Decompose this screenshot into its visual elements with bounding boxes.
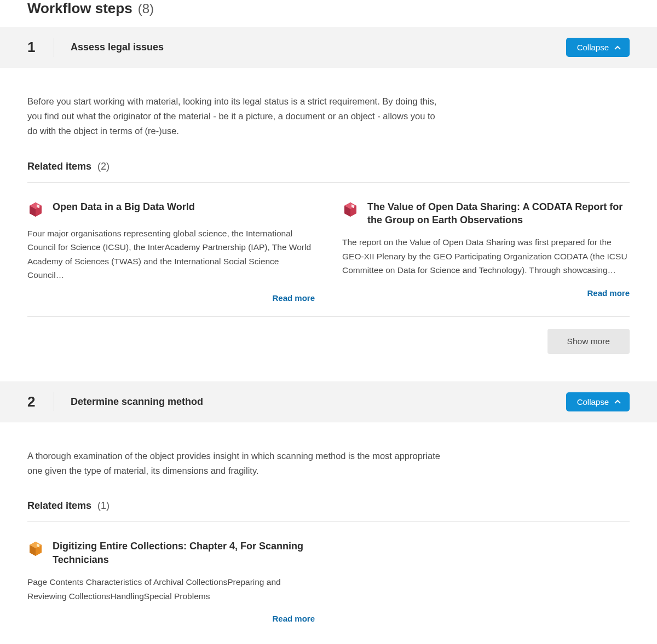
related-item: Digitizing Entire Collections: Chapter 4… [27, 539, 315, 624]
step-description: Before you start working with material, … [27, 94, 443, 139]
related-items-count: (2) [97, 161, 110, 172]
read-more-link[interactable]: Read more [587, 288, 630, 298]
workflow-step: 1 Assess legal issues Collapse Before yo… [0, 27, 657, 381]
collapse-label: Collapse [577, 43, 609, 52]
divider [54, 38, 54, 57]
step-title: Determine scanning method [71, 396, 550, 408]
read-more-link[interactable]: Read more [272, 614, 315, 623]
page-title-row: Workflow steps (8) [0, 0, 657, 27]
related-item-title[interactable]: Digitizing Entire Collections: Chapter 4… [53, 539, 315, 566]
step-body: Before you start working with material, … [0, 68, 657, 381]
related-item-desc: The report on the Value of Open Data Sha… [342, 235, 630, 277]
box-icon [27, 201, 44, 218]
related-item-desc: Four major organisations representing gl… [27, 227, 315, 282]
related-item: Open Data in a Big Data World Four major… [27, 200, 315, 303]
step-description: A thorough examination of the object pro… [27, 449, 443, 478]
collapse-button[interactable]: Collapse [566, 38, 630, 57]
related-item-desc: Page Contents Characteristics of Archiva… [27, 575, 315, 603]
collapse-label: Collapse [577, 397, 609, 407]
related-items-heading: Related items (2) [27, 161, 630, 183]
related-item-spacer [342, 539, 630, 624]
caret-up-icon [614, 399, 621, 404]
step-header[interactable]: 2 Determine scanning method Collapse [0, 381, 657, 422]
page-step-count: (8) [138, 1, 154, 16]
related-items-count: (1) [97, 500, 110, 511]
step-header[interactable]: 1 Assess legal issues Collapse [0, 27, 657, 68]
caret-up-icon [614, 45, 621, 50]
show-more-button[interactable]: Show more [548, 329, 630, 354]
step-title: Assess legal issues [71, 42, 550, 53]
divider [54, 392, 54, 411]
box-icon [27, 541, 44, 557]
related-item-title[interactable]: The Value of Open Data Sharing: A CODATA… [367, 200, 630, 227]
related-items-label: Related items [27, 500, 91, 511]
step-number: 1 [27, 39, 37, 56]
collapse-button[interactable]: Collapse [566, 392, 630, 411]
related-items-grid: Open Data in a Big Data World Four major… [27, 183, 630, 317]
step-number: 2 [27, 393, 37, 410]
related-items-heading: Related items (1) [27, 500, 630, 522]
workflow-step: 2 Determine scanning method Collapse A t… [0, 381, 657, 644]
step-body: A thorough examination of the object pro… [0, 422, 657, 644]
related-item-title[interactable]: Open Data in a Big Data World [53, 200, 195, 213]
related-items-grid: Digitizing Entire Collections: Chapter 4… [27, 522, 630, 637]
related-items-label: Related items [27, 161, 91, 172]
read-more-link[interactable]: Read more [272, 293, 315, 303]
related-item: The Value of Open Data Sharing: A CODATA… [342, 200, 630, 303]
box-icon [342, 201, 359, 218]
page-title: Workflow steps [27, 0, 132, 17]
